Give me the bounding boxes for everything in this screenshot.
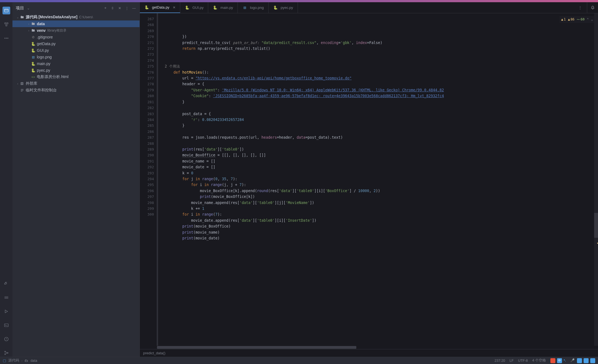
svg-rect-2 (7, 23, 8, 24)
locate-icon[interactable]: ⌖ (103, 6, 107, 10)
tool-vcs-icon[interactable] (2, 349, 10, 357)
tab-GUI-py[interactable]: 🐍GUI.py (180, 2, 208, 13)
typo-icon[interactable]: ⁓60 (577, 17, 584, 22)
svg-rect-1 (5, 23, 6, 24)
svg-point-13 (7, 352, 8, 353)
tool-problems-icon[interactable] (2, 335, 10, 343)
ime-keyboard-icon[interactable] (577, 358, 582, 363)
next-highlight-icon[interactable]: ⌄ (591, 17, 593, 22)
status-encoding[interactable]: UTF-8 (518, 359, 528, 363)
collapse-icon[interactable]: ✕ (117, 6, 122, 10)
tab-pyec-py[interactable]: 🐍pyec.py (269, 2, 298, 13)
project-panel-title: 项目 (16, 6, 24, 11)
ime-lang-icon[interactable]: 中 (557, 358, 562, 363)
folder-icon: 🗀 (25, 359, 28, 363)
ime-punct-icon[interactable]: •, (564, 358, 569, 363)
svg-rect-9 (4, 324, 8, 327)
weak-warning-icon[interactable]: ▲86 (568, 17, 574, 22)
svg-point-4 (4, 38, 5, 38)
project-status-icon[interactable]: ▢ (3, 358, 6, 363)
minimize-icon[interactable]: — (132, 6, 136, 10)
inspection-widget[interactable]: ▲1 ▲86 ⁓60 ⌃ ⌄ (560, 16, 595, 23)
tool-python-console-icon[interactable] (2, 280, 10, 288)
svg-rect-0 (4, 9, 8, 12)
tree-item-logo-png[interactable]: ▧logo.png (12, 54, 140, 60)
tree-item-getData-py[interactable]: 🐍getData.py (12, 40, 140, 47)
editor-minimap[interactable] (594, 13, 598, 346)
code-editor[interactable]: ▲1 ▲86 ⁓60 ⌃ ⌄ }) predict_result.to_csv(… (163, 13, 598, 346)
tool-services-icon[interactable] (2, 308, 10, 315)
ime-toolbox-icon[interactable] (590, 358, 595, 363)
tree-item--gitignore[interactable]: ⊘.gitignore (12, 34, 140, 40)
breadcrumb-function[interactable]: predict_data() (140, 349, 598, 357)
tree-item--MoviesDataAnalyse-[interactable]: ⌄源代码 [MoviesDataAnalyse]C:\Users\ (12, 14, 140, 20)
tab-main-py[interactable]: 🐍main.py (208, 2, 238, 13)
chevron-down-icon[interactable]: ⌄ (27, 6, 30, 10)
tool-structure-icon[interactable] (2, 20, 10, 28)
tab-logo-png[interactable]: ▧logo.png (238, 2, 269, 13)
svg-point-11 (4, 351, 6, 352)
svg-point-12 (4, 354, 6, 355)
project-tree[interactable]: ⌄源代码 [MoviesDataAnalyse]C:\Users\›data›v… (12, 14, 140, 357)
status-line-separator[interactable]: LF (510, 359, 514, 363)
notifications-icon[interactable] (587, 2, 598, 13)
editor-tabs: 🐍getData.py✕🐍GUI.py🐍main.py▧logo.png🐍pye… (140, 2, 598, 13)
svg-point-6 (7, 38, 8, 38)
ime-skin-icon[interactable] (584, 358, 589, 363)
status-indent[interactable]: 4 个空格 (532, 358, 546, 363)
svg-point-5 (6, 38, 6, 38)
tree-item-GUI-py[interactable]: 🐍GUI.py (12, 47, 140, 54)
tool-project-icon[interactable] (2, 7, 10, 14)
prev-highlight-icon[interactable]: ⌃ (587, 17, 589, 22)
svg-point-7 (5, 283, 6, 283)
svg-rect-3 (6, 25, 7, 26)
tree-item--[interactable]: 临时文件和控制台 (12, 87, 140, 94)
project-panel: 项目 ⌄ ⌖ ⇳ ✕ ⋮ — ⌄源代码 [MoviesDataAnalyse]C… (12, 2, 140, 357)
breadcrumb-root[interactable]: 源代码 (8, 358, 19, 363)
warning-icon[interactable]: ▲1 (561, 17, 566, 22)
svg-marker-8 (5, 310, 7, 313)
ime-mic-icon[interactable]: 🎤 (570, 358, 575, 363)
tool-more-icon[interactable] (2, 34, 10, 42)
tab-menu-icon[interactable]: ⋮ (578, 6, 582, 10)
expand-all-icon[interactable]: ⇳ (110, 6, 115, 10)
status-bar: ▢ 源代码 › 🗀 data 237:20 LF UTF-8 4 个空格 中 •… (0, 357, 598, 364)
options-icon[interactable]: ⋮ (125, 6, 129, 10)
tree-item--html[interactable]: <>电影票房分析.html (12, 74, 140, 80)
status-cursor-pos[interactable]: 237:20 (494, 359, 505, 363)
close-icon[interactable]: ✕ (173, 6, 176, 9)
tool-terminal-icon[interactable] (2, 321, 10, 329)
tree-item-venv[interactable]: ›venvlibrary根目录 (12, 27, 140, 34)
activity-bar (0, 2, 12, 357)
editor-area: 🐍getData.py✕🐍GUI.py🐍main.py▧logo.png🐍pye… (140, 2, 598, 357)
tab-getData-py[interactable]: 🐍getData.py✕ (140, 2, 180, 13)
tree-item-pyec-py[interactable]: 🐍pyec.py (12, 67, 140, 74)
tool-packages-icon[interactable] (2, 294, 10, 301)
tree-item-main-py[interactable]: 🐍main.py (12, 60, 140, 67)
tree-item--[interactable]: ›外部库 (12, 80, 140, 87)
editor-hscrollbar[interactable] (140, 346, 598, 349)
ime-icon[interactable] (550, 358, 555, 363)
line-gutter: 267 268 269 270 271 272 273 274 275 276 … (140, 13, 157, 346)
tree-item-data[interactable]: ›data (12, 20, 140, 27)
breadcrumb-item[interactable]: data (30, 359, 37, 363)
